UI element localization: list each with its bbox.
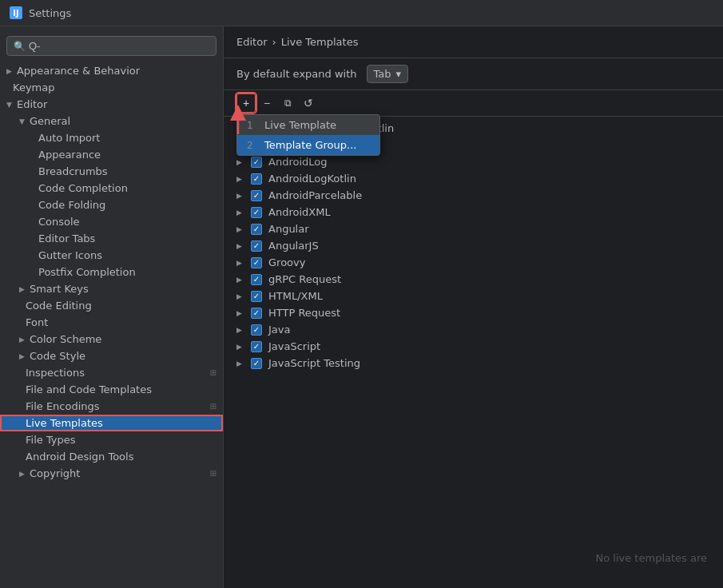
template-name: HTTP Request xyxy=(268,307,340,319)
checkbox[interactable] xyxy=(251,341,262,352)
list-item[interactable]: ▶ Angular xyxy=(224,220,723,237)
sidebar-label: Keymap xyxy=(13,81,54,93)
main-content: 🔍 ▶ Appearance & Behavior Keymap ▼ Edito… xyxy=(0,26,723,588)
checkbox[interactable] xyxy=(251,274,262,285)
list-item[interactable]: ▶ AndroidLogKotlin xyxy=(224,170,723,187)
sidebar-label: Editor xyxy=(17,98,47,110)
list-item[interactable]: ▶ JavaScript xyxy=(224,338,723,355)
chevron-right-icon: ▶ xyxy=(6,67,12,75)
add-icon: + xyxy=(243,97,249,109)
sidebar-item-code-completion[interactable]: Code Completion xyxy=(0,180,223,197)
checkbox[interactable] xyxy=(251,240,262,252)
dropdown-item-live-template[interactable]: 1 Live Template xyxy=(237,115,379,135)
chevron-right-icon: ▶ xyxy=(19,285,25,293)
template-name: Angular xyxy=(268,223,309,235)
checkbox[interactable] xyxy=(251,308,262,319)
list-item[interactable]: ▶ AndroidXML xyxy=(224,204,723,220)
sidebar-item-postfix-completion[interactable]: Postfix Completion xyxy=(0,264,223,280)
search-input[interactable] xyxy=(29,40,209,52)
checkbox[interactable] xyxy=(251,324,262,336)
expand-arrow-icon: ▶ xyxy=(236,175,244,183)
sidebar-item-inspections[interactable]: Inspections ⊞ xyxy=(0,364,223,381)
template-name: gRPC Request xyxy=(268,273,341,285)
list-item[interactable]: ▶ HTTP Request xyxy=(224,304,723,321)
dropdown-item-template-group[interactable]: 2 Template Group... xyxy=(237,135,379,155)
checkbox[interactable] xyxy=(251,291,262,302)
sidebar-item-code-folding[interactable]: Code Folding xyxy=(0,197,223,213)
template-name: HTML/XML xyxy=(268,290,323,302)
item-number: 1 xyxy=(247,120,258,131)
checkbox[interactable] xyxy=(251,224,262,235)
sidebar-item-appearance-behavior[interactable]: ▶ Appearance & Behavior xyxy=(0,62,223,79)
checkbox[interactable] xyxy=(251,190,262,201)
sidebar-label: File Types xyxy=(26,434,76,446)
sidebar-item-gutter-icons[interactable]: Gutter Icons xyxy=(0,247,223,264)
list-item[interactable]: ▶ Java xyxy=(224,321,723,338)
sidebar-item-file-code-templates[interactable]: File and Code Templates xyxy=(0,381,223,398)
sidebar-item-breadcrumbs[interactable]: Breadcrumbs xyxy=(0,163,223,180)
template-name: AndroidParcelable xyxy=(268,189,362,201)
checkbox[interactable] xyxy=(251,173,262,185)
sidebar-label: General xyxy=(30,115,70,127)
breadcrumb-current: Live Templates xyxy=(281,36,359,48)
toolbar-row: By default expand with Tab ▾ xyxy=(224,58,723,90)
expand-arrow-icon: ▶ xyxy=(236,158,244,166)
sidebar-item-keymap[interactable]: Keymap xyxy=(0,79,223,96)
sidebar-item-live-templates[interactable]: Live Templates xyxy=(0,415,223,431)
sidebar-label: File Encodings xyxy=(26,400,100,412)
sidebar-item-font[interactable]: Font xyxy=(0,314,223,331)
template-list: ▶ AndroidCommentsKotlin ▶ AndroidKotlin … xyxy=(224,117,723,588)
expand-dropdown[interactable]: Tab ▾ xyxy=(367,65,409,83)
list-item[interactable]: ▶ AngularJS xyxy=(224,237,723,254)
dropdown-menu: 1 Live Template 2 Template Group... xyxy=(236,114,380,156)
sidebar-label: Code Style xyxy=(30,350,85,362)
sidebar-label: Android Design Tools xyxy=(26,451,133,463)
sidebar-item-auto-import[interactable]: Auto Import xyxy=(0,129,223,146)
sidebar-item-file-encodings[interactable]: File Encodings ⊞ xyxy=(0,398,223,415)
sidebar-item-color-scheme[interactable]: ▶ Color Scheme xyxy=(0,331,223,348)
minus-icon: − xyxy=(264,97,270,109)
sidebar-item-file-types[interactable]: File Types xyxy=(0,431,223,448)
template-name: JavaScript Testing xyxy=(268,357,360,369)
expand-option: Tab xyxy=(374,68,391,80)
sidebar-item-code-style[interactable]: ▶ Code Style xyxy=(0,348,223,364)
search-box[interactable]: 🔍 xyxy=(6,36,217,56)
sidebar-label: Breadcrumbs xyxy=(38,165,108,177)
list-item[interactable]: ▶ AndroidLog xyxy=(224,153,723,170)
expand-arrow-icon: ▶ xyxy=(236,192,244,200)
list-item[interactable]: ▶ gRPC Request xyxy=(224,271,723,288)
sidebar-item-smart-keys[interactable]: ▶ Smart Keys xyxy=(0,280,223,297)
checkbox[interactable] xyxy=(251,207,262,218)
expand-arrow-icon: ▶ xyxy=(236,225,244,233)
sidebar-label: Code Editing xyxy=(26,300,92,312)
copy-button[interactable]: ⧉ xyxy=(278,93,297,113)
item-label: Template Group... xyxy=(264,139,356,151)
expand-arrow-icon: ▶ xyxy=(236,326,244,334)
template-name: AndroidLog xyxy=(268,156,327,168)
sidebar-item-editor-tabs[interactable]: Editor Tabs xyxy=(0,230,223,247)
copy-icon: ⧉ xyxy=(284,97,292,109)
chevron-down-icon: ▼ xyxy=(6,101,12,109)
sidebar-item-console[interactable]: Console xyxy=(0,213,223,230)
sidebar-item-copyright[interactable]: ▶ Copyright ⊞ xyxy=(0,465,223,482)
sidebar-item-appearance[interactable]: Appearance xyxy=(0,146,223,163)
sidebar-item-android-design-tools[interactable]: Android Design Tools xyxy=(0,448,223,465)
sidebar-label: Appearance & Behavior xyxy=(17,65,140,77)
sidebar-label: Gutter Icons xyxy=(38,249,102,261)
list-item[interactable]: ▶ AndroidParcelable xyxy=(224,187,723,204)
sidebar-item-code-editing[interactable]: Code Editing xyxy=(0,297,223,314)
list-item[interactable]: ▶ Groovy xyxy=(224,254,723,271)
list-item[interactable]: ▶ HTML/XML xyxy=(224,288,723,304)
remove-button[interactable]: − xyxy=(257,93,276,113)
checkbox[interactable] xyxy=(251,157,262,168)
checkbox[interactable] xyxy=(251,257,262,268)
checkbox[interactable] xyxy=(251,358,262,369)
list-item[interactable]: ▶ JavaScript Testing xyxy=(224,355,723,371)
title-bar: IJ Settings xyxy=(0,0,723,26)
sidebar-item-general[interactable]: ▼ General xyxy=(0,113,223,129)
add-button[interactable]: + xyxy=(236,93,256,113)
reset-button[interactable]: ↺ xyxy=(299,93,318,113)
sidebar-label: Auto Import xyxy=(38,132,100,144)
sidebar-item-editor[interactable]: ▼ Editor xyxy=(0,96,223,113)
expand-arrow-icon: ▶ xyxy=(236,209,244,217)
